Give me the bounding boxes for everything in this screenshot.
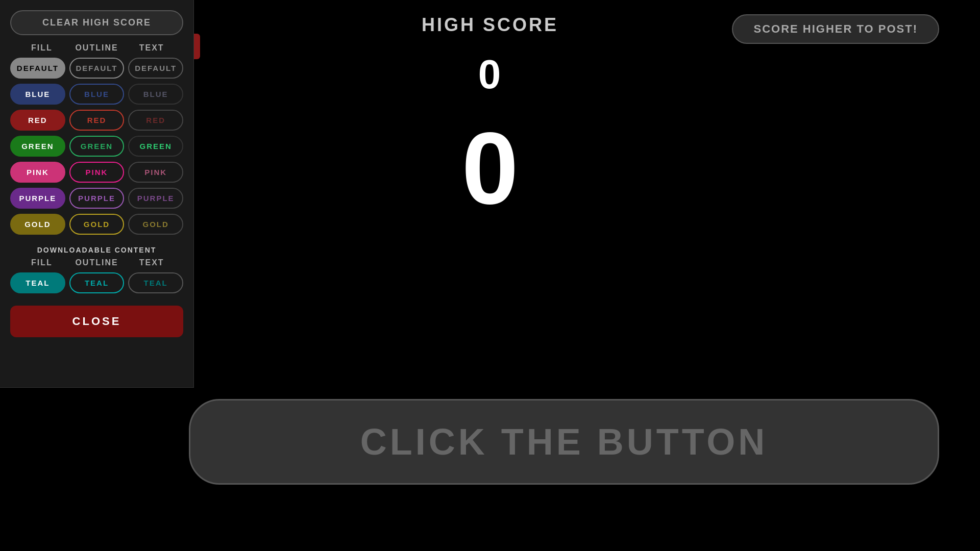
default-fill-button[interactable]: DEFAULT bbox=[10, 58, 65, 79]
blue-text-button[interactable]: BLUE bbox=[128, 84, 183, 105]
color-row-gold: GOLD GOLD GOLD bbox=[10, 214, 183, 235]
pink-fill-button[interactable]: PINK bbox=[10, 162, 65, 183]
color-row-green: GREEN GREEN GREEN bbox=[10, 136, 183, 157]
pink-text-button[interactable]: PINK bbox=[128, 162, 183, 183]
clear-high-score-button[interactable]: CLEAR HIGH SCORE bbox=[10, 10, 183, 35]
color-row-pink: PINK PINK PINK bbox=[10, 162, 183, 183]
dlc-section-header: DOWNLOADABLE CONTENT bbox=[10, 246, 183, 254]
green-text-button[interactable]: GREEN bbox=[128, 136, 183, 157]
dlc-fill-column-header: FILL bbox=[14, 258, 69, 267]
purple-text-button[interactable]: PURPLE bbox=[128, 188, 183, 209]
game-area: HIGH SCORE SCORE HIGHER TO POST! 0 0 CLI… bbox=[0, 0, 980, 551]
green-fill-button[interactable]: GREEN bbox=[10, 136, 65, 157]
gold-outline-button[interactable]: GOLD bbox=[69, 214, 125, 235]
color-sidebar: CLEAR HIGH SCORE FILL OUTLINE TEXT DEFAU… bbox=[0, 0, 194, 388]
purple-fill-button[interactable]: PURPLE bbox=[10, 188, 65, 209]
score-small-display: 0 bbox=[478, 51, 502, 98]
text-column-header: TEXT bbox=[124, 43, 179, 53]
red-outline-button[interactable]: RED bbox=[69, 110, 125, 131]
color-row-teal: TEAL TEAL TEAL bbox=[10, 272, 183, 293]
dlc-column-headers: FILL OUTLINE TEXT bbox=[10, 258, 183, 267]
fill-column-header: FILL bbox=[14, 43, 69, 53]
blue-fill-button[interactable]: BLUE bbox=[10, 84, 65, 105]
score-higher-button[interactable]: SCORE HIGHER TO POST! bbox=[732, 14, 939, 44]
gold-text-button[interactable]: GOLD bbox=[128, 214, 183, 235]
default-text-button[interactable]: DEFAULT bbox=[128, 58, 183, 79]
score-large-display: 0 bbox=[461, 117, 518, 219]
dlc-text-column-header: TEXT bbox=[124, 258, 179, 267]
color-row-blue: BLUE BLUE BLUE bbox=[10, 84, 183, 105]
red-text-button[interactable]: RED bbox=[128, 110, 183, 131]
teal-fill-button[interactable]: TEAL bbox=[10, 272, 65, 293]
color-row-red: RED RED RED bbox=[10, 110, 183, 131]
color-column-headers: FILL OUTLINE TEXT bbox=[10, 43, 183, 53]
teal-outline-button[interactable]: TEAL bbox=[69, 272, 125, 293]
color-row-default: DEFAULT DEFAULT DEFAULT bbox=[10, 58, 183, 79]
pink-outline-button[interactable]: PINK bbox=[69, 162, 125, 183]
gold-fill-button[interactable]: GOLD bbox=[10, 214, 65, 235]
green-outline-button[interactable]: GREEN bbox=[69, 136, 125, 157]
default-outline-button[interactable]: DEFAULT bbox=[69, 58, 125, 79]
purple-outline-button[interactable]: PURPLE bbox=[69, 188, 125, 209]
close-button[interactable]: CLOSE bbox=[10, 306, 183, 337]
dlc-outline-column-header: OUTLINE bbox=[69, 258, 125, 267]
high-score-title: HIGH SCORE bbox=[422, 14, 558, 36]
click-the-button[interactable]: CLICK THE BUTTON bbox=[189, 399, 939, 485]
blue-outline-button[interactable]: BLUE bbox=[69, 84, 125, 105]
color-row-purple: PURPLE PURPLE PURPLE bbox=[10, 188, 183, 209]
red-fill-button[interactable]: RED bbox=[10, 110, 65, 131]
teal-text-button[interactable]: TEAL bbox=[128, 272, 183, 293]
outline-column-header: OUTLINE bbox=[69, 43, 125, 53]
